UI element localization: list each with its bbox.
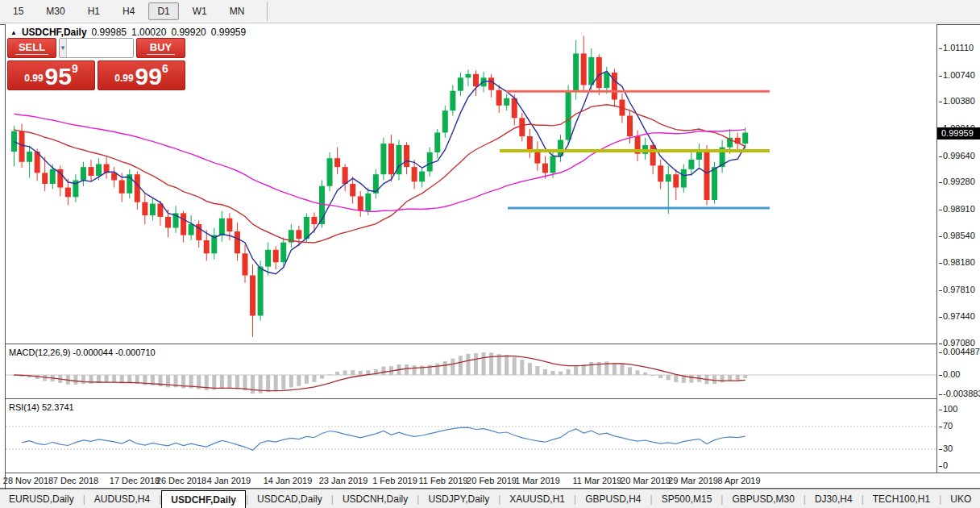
candle xyxy=(127,169,132,198)
macd-bar xyxy=(220,375,224,389)
ma-line-mid xyxy=(15,105,745,243)
macd-bar xyxy=(482,352,486,375)
buy-button[interactable]: BUY xyxy=(136,38,185,58)
candle xyxy=(566,85,571,144)
macd-tick-label: 0.004487 xyxy=(943,347,980,356)
macd-bar xyxy=(105,375,109,382)
chart-tab-sp500-m15[interactable]: SP500,M15 xyxy=(653,489,721,508)
macd-bar xyxy=(658,375,662,378)
candle xyxy=(27,146,32,178)
ohlc-open: 0.99985 xyxy=(92,27,127,38)
candle xyxy=(581,36,587,93)
panel-border xyxy=(0,488,980,489)
candle xyxy=(534,141,540,170)
chart-tab-usdcnh-daily[interactable]: USDCNH,Daily xyxy=(334,489,417,508)
macd-bar xyxy=(589,362,593,375)
chart-tab-audusd-h4[interactable]: AUDUSD,H4 xyxy=(85,489,159,508)
macd-bar xyxy=(712,375,716,384)
candle xyxy=(504,94,509,110)
macd-tick-label: 0.00 xyxy=(943,369,960,379)
price-scale: 0.99959 1.011101.007401.003801.000100.99… xyxy=(937,24,980,489)
candle xyxy=(142,194,147,224)
collapse-panel-icon[interactable]: ▲ xyxy=(10,29,17,36)
candle xyxy=(373,169,379,198)
candle xyxy=(334,148,340,175)
macd-bar xyxy=(720,375,725,382)
macd-bar xyxy=(643,373,647,375)
chart-tab-uko[interactable]: UKO xyxy=(941,489,980,508)
rsi-panel-canvas[interactable] xyxy=(6,400,936,473)
timeframe-button-m30[interactable]: M30 xyxy=(37,2,73,20)
chart-tab-gbpusd-m30[interactable]: GBPUSD,M30 xyxy=(723,489,803,508)
volume-input[interactable] xyxy=(67,39,134,57)
chart-tab-usdchf-daily[interactable]: USDCHF,Daily xyxy=(161,490,246,508)
spin-down-icon: ▼ xyxy=(60,44,66,52)
macd-bar xyxy=(666,375,671,380)
price-tick-label: 0.97440 xyxy=(943,311,975,321)
macd-bar xyxy=(243,375,247,390)
volume-decrease-button[interactable]: ▼ xyxy=(60,39,67,57)
sell-button[interactable]: SELL xyxy=(7,38,56,58)
macd-bar xyxy=(320,375,324,379)
date-tick-label: 26 Dec 2018 xyxy=(156,476,206,485)
chart-tab-xauusd-h1[interactable]: XAUUSD,H1 xyxy=(500,489,574,508)
sell-price-button[interactable]: 0.99 95 9 xyxy=(7,60,95,90)
macd-bar xyxy=(266,375,270,392)
chart-tab-eurusd-daily[interactable]: EURUSD,Daily xyxy=(0,489,83,508)
macd-bar xyxy=(743,375,747,378)
price-tick-label: 0.98180 xyxy=(943,257,975,267)
candle xyxy=(73,174,78,202)
macd-bar xyxy=(227,375,231,388)
macd-bar xyxy=(281,375,285,389)
macd-bar xyxy=(73,375,77,385)
date-tick-label: 23 Jan 2019 xyxy=(319,476,368,485)
sell-price-prefix: 0.99 xyxy=(24,73,43,84)
toolbar-separator xyxy=(267,2,268,21)
date-tick-label: 20 Feb 2019 xyxy=(467,476,517,485)
candle xyxy=(273,246,279,269)
price-tick-label: 0.97810 xyxy=(943,285,975,294)
chart-tab-usdjpy-daily[interactable]: USDJPY,Daily xyxy=(419,489,498,508)
date-tick-label: 8 Apr 2019 xyxy=(717,476,760,485)
candle xyxy=(135,172,140,210)
buy-price-button[interactable]: 0.99 99 6 xyxy=(98,60,185,90)
chart-symbol-label: USDCHF,Daily xyxy=(22,27,87,38)
timeframe-button-h1[interactable]: H1 xyxy=(79,2,109,20)
candle xyxy=(289,224,294,248)
chart-tab-dj30-h4[interactable]: DJ30,H4 xyxy=(806,489,862,508)
timeframe-button-15[interactable]: 15 xyxy=(4,2,32,20)
candle xyxy=(265,243,271,276)
ohlc-close: 0.99959 xyxy=(211,27,246,38)
candle xyxy=(57,165,63,196)
macd-label: MACD(12,26,9) -0.000044 -0.000710 xyxy=(9,348,156,357)
macd-bar xyxy=(620,364,624,375)
chart-tab-tech100-h1[interactable]: TECH100,H1 xyxy=(864,489,939,508)
panel-border xyxy=(936,24,937,473)
timeframe-button-d1[interactable]: D1 xyxy=(148,2,178,20)
macd-bar xyxy=(312,375,316,382)
macd-bar xyxy=(567,369,571,375)
ohlc-low: 0.99920 xyxy=(171,27,206,38)
macd-bar xyxy=(381,367,385,375)
sell-price-pips: 95 xyxy=(45,66,72,87)
macd-bar xyxy=(474,353,478,375)
candle xyxy=(434,129,440,158)
date-tick-label: 4 Jan 2019 xyxy=(207,476,251,485)
chart-tab-usdcad-daily[interactable]: USDCAD,Daily xyxy=(248,489,331,508)
macd-bar xyxy=(335,372,339,375)
macd-bar xyxy=(127,375,131,383)
macd-bar xyxy=(459,356,463,375)
timeframe-button-h4[interactable]: H4 xyxy=(114,2,143,20)
chart-tab-gbpusd-h4[interactable]: GBPUSD,H4 xyxy=(576,489,650,508)
timeframe-button-mn[interactable]: MN xyxy=(221,2,254,20)
rsi-name: RSI(14) xyxy=(9,402,39,412)
candle xyxy=(673,169,679,200)
volume-control: ▼ ▲ xyxy=(59,38,134,58)
date-tick-label: 29 Mar 2019 xyxy=(668,476,718,485)
candle xyxy=(11,126,17,166)
candle xyxy=(419,167,425,187)
macd-bar xyxy=(674,375,678,382)
rsi-line xyxy=(22,427,745,450)
timeframe-button-w1[interactable]: W1 xyxy=(184,2,216,20)
candle xyxy=(681,164,687,192)
